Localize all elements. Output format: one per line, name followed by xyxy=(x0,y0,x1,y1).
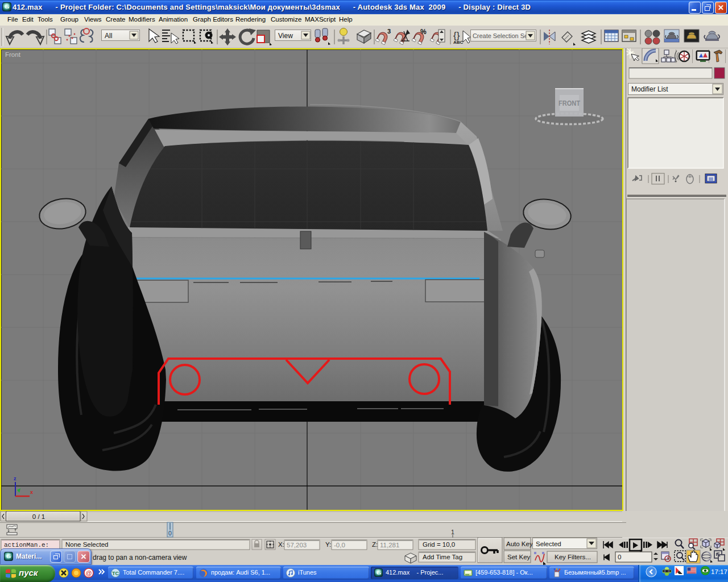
svg-text:0: 0 xyxy=(618,554,621,560)
svg-text:FRONT: FRONT xyxy=(559,99,580,107)
svg-text:11,281: 11,281 xyxy=(380,542,399,548)
svg-text:1: 1 xyxy=(451,529,454,535)
svg-text:Modifier List: Modifier List xyxy=(631,85,668,93)
svg-text:Create Selection Set: Create Selection Set xyxy=(473,32,530,39)
svg-text:@: @ xyxy=(86,569,92,576)
svg-text:Y:: Y: xyxy=(325,541,331,548)
svg-text:x: x xyxy=(30,489,33,495)
svg-text:3: 3 xyxy=(387,28,391,35)
svg-text:None Selected: None Selected xyxy=(65,541,108,548)
svg-text:57,203: 57,203 xyxy=(287,542,307,548)
svg-text:drag to pan a non-camera view: drag to pan a non-camera view xyxy=(93,554,187,562)
svg-text:Grid = 10,0: Grid = 10,0 xyxy=(423,541,455,548)
svg-text:Auto Key: Auto Key xyxy=(506,541,533,547)
svg-text:Set Key: Set Key xyxy=(507,554,531,560)
svg-text:Selected: Selected xyxy=(536,541,561,547)
svg-text:%: % xyxy=(420,28,427,36)
svg-text:Front: Front xyxy=(5,51,21,58)
svg-text:Key Filters...: Key Filters... xyxy=(555,554,591,560)
svg-text:Z:: Z: xyxy=(372,541,378,548)
svg-text:Add Time Tag: Add Time Tag xyxy=(423,554,462,560)
svg-text:-0,0: -0,0 xyxy=(334,542,345,548)
svg-text:17:17: 17:17 xyxy=(711,568,727,575)
svg-text:View: View xyxy=(278,32,293,40)
svg-text:X:: X: xyxy=(278,541,284,548)
svg-text:All: All xyxy=(105,32,112,40)
svg-text:TC: TC xyxy=(112,571,119,576)
svg-text:actionMan.e:: actionMan.e: xyxy=(4,542,49,548)
svg-text:0: 0 xyxy=(168,530,172,537)
svg-text:z: z xyxy=(14,476,16,481)
svg-text:ABC: ABC xyxy=(453,40,464,45)
svg-text:0 / 1: 0 / 1 xyxy=(32,513,45,520)
